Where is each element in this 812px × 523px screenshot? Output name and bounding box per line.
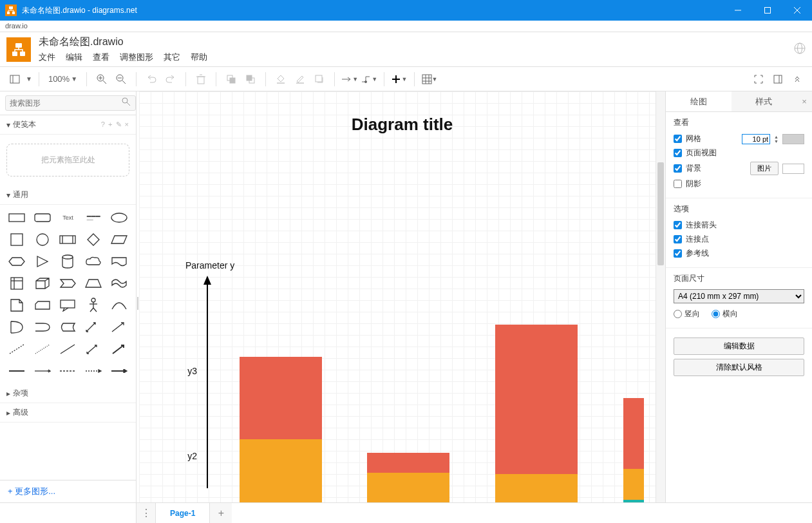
scratchpad-actions[interactable]: ? + ✎ × bbox=[101, 120, 129, 129]
shape-callout[interactable] bbox=[57, 296, 80, 314]
shape-cloud[interactable] bbox=[82, 252, 105, 271]
format-panel-toggle-icon[interactable] bbox=[770, 71, 786, 88]
shape-process[interactable] bbox=[57, 231, 80, 249]
bar-1[interactable] bbox=[240, 357, 322, 502]
shape-tape[interactable] bbox=[108, 274, 131, 292]
shape-rectangle[interactable] bbox=[5, 209, 28, 227]
tab-style[interactable]: 样式 bbox=[732, 91, 797, 111]
tick-y2[interactable]: y2 bbox=[178, 451, 197, 461]
shape-diamond[interactable] bbox=[82, 231, 105, 249]
grid-color-swatch[interactable] bbox=[782, 134, 804, 144]
line-color-icon[interactable] bbox=[292, 71, 308, 88]
shape-rounded-rect[interactable] bbox=[31, 209, 54, 227]
conn-arrows-checkbox[interactable] bbox=[674, 221, 682, 229]
portrait-radio[interactable] bbox=[674, 310, 682, 318]
shape-textbox[interactable]: ▬▬▬── bbox=[82, 209, 105, 227]
shape-square[interactable] bbox=[5, 231, 28, 249]
image-button[interactable]: 图片 bbox=[750, 162, 779, 175]
bar-4-partial[interactable] bbox=[623, 398, 644, 502]
grid-size-input[interactable] bbox=[742, 134, 770, 144]
shape-trapezoid[interactable] bbox=[82, 274, 105, 292]
add-page-button[interactable]: + bbox=[210, 503, 232, 523]
menu-view[interactable]: 查看 bbox=[93, 52, 109, 63]
shape-circle[interactable] bbox=[31, 231, 54, 249]
pageview-checkbox[interactable] bbox=[674, 149, 682, 157]
shape-line[interactable] bbox=[57, 340, 80, 358]
shape-link3[interactable] bbox=[57, 362, 80, 380]
shape-ellipse[interactable] bbox=[108, 209, 131, 227]
search-input[interactable] bbox=[5, 95, 136, 111]
zoom-in-icon[interactable] bbox=[93, 71, 110, 88]
fullscreen-icon[interactable] bbox=[750, 71, 767, 88]
shape-curve[interactable] bbox=[108, 296, 131, 314]
shape-data-storage[interactable] bbox=[57, 318, 80, 336]
waypoint-icon[interactable]: ▼ bbox=[361, 71, 377, 88]
y-axis-line[interactable] bbox=[201, 276, 214, 488]
document-title[interactable]: 未命名绘图.drawio bbox=[39, 35, 207, 49]
zoom-out-icon[interactable] bbox=[113, 71, 129, 88]
bar-2[interactable] bbox=[367, 453, 449, 502]
grid-step-down[interactable]: ▼ bbox=[774, 139, 779, 144]
advanced-header[interactable]: ▸高级 bbox=[0, 403, 136, 423]
maximize-button[interactable] bbox=[753, 0, 782, 21]
shape-line-dotted[interactable] bbox=[31, 340, 54, 358]
background-checkbox[interactable] bbox=[674, 164, 682, 173]
shape-actor[interactable] bbox=[82, 296, 105, 314]
shape-and[interactable] bbox=[31, 318, 54, 336]
shape-triangle[interactable] bbox=[31, 252, 54, 271]
pagesize-select[interactable]: A4 (210 mm x 297 mm) bbox=[674, 289, 804, 303]
menu-edit[interactable]: 编辑 bbox=[66, 52, 82, 63]
shape-cylinder[interactable] bbox=[57, 252, 80, 271]
sidebar-toggle-icon[interactable] bbox=[6, 71, 23, 88]
y-axis-label[interactable]: Parameter y bbox=[185, 260, 234, 271]
shape-link4[interactable] bbox=[82, 362, 105, 380]
scratchpad-header[interactable]: ▾便笺本 ? + ✎ × bbox=[0, 115, 136, 135]
background-color-swatch[interactable] bbox=[782, 164, 804, 174]
shape-text[interactable]: Text bbox=[57, 209, 80, 227]
grid-checkbox[interactable] bbox=[674, 135, 682, 143]
landscape-radio[interactable] bbox=[712, 310, 720, 318]
menu-extras[interactable]: 其它 bbox=[164, 52, 180, 63]
shadow-icon[interactable] bbox=[311, 71, 328, 88]
shape-card[interactable] bbox=[31, 296, 54, 314]
page-menu-icon[interactable]: ⋮ bbox=[137, 503, 156, 523]
clear-style-button[interactable]: 清除默认风格 bbox=[674, 359, 804, 376]
shape-document[interactable] bbox=[108, 252, 131, 271]
shape-link2[interactable] bbox=[31, 362, 54, 380]
menu-help[interactable]: 帮助 bbox=[191, 52, 207, 63]
tick-y3[interactable]: y3 bbox=[178, 366, 197, 376]
vertical-scrollbar[interactable] bbox=[656, 91, 665, 502]
menu-file[interactable]: 文件 bbox=[39, 52, 55, 63]
shadow-checkbox[interactable] bbox=[674, 180, 682, 188]
connection-icon[interactable]: ▼ bbox=[341, 71, 358, 88]
shape-or[interactable] bbox=[5, 318, 28, 336]
shape-step[interactable] bbox=[57, 274, 80, 292]
language-icon[interactable] bbox=[794, 43, 806, 57]
page-tab-1[interactable]: Page-1 bbox=[156, 503, 210, 523]
shape-internal-storage[interactable] bbox=[5, 274, 28, 292]
bar-3[interactable] bbox=[495, 325, 578, 502]
canvas[interactable]: Diagram title Parameter y y3 y2 bbox=[139, 91, 665, 502]
redo-icon[interactable] bbox=[162, 71, 179, 88]
diagram-title[interactable]: Diagram title bbox=[139, 115, 665, 135]
zoom-select[interactable]: 100% ▼ bbox=[46, 74, 80, 84]
shape-parallelogram[interactable] bbox=[108, 231, 131, 249]
shape-arrow-bidir[interactable] bbox=[82, 318, 105, 336]
shape-line-dashed[interactable] bbox=[5, 340, 28, 358]
edit-data-button[interactable]: 编辑数据 bbox=[674, 338, 804, 355]
menu-arrange[interactable]: 调整图形 bbox=[120, 52, 153, 63]
shape-arrow[interactable] bbox=[108, 318, 131, 336]
grid-step-up[interactable]: ▲ bbox=[774, 135, 779, 139]
shape-note[interactable] bbox=[5, 296, 28, 314]
shape-cube[interactable] bbox=[31, 274, 54, 292]
search-icon[interactable] bbox=[122, 97, 131, 109]
shape-link[interactable] bbox=[5, 362, 28, 380]
shape-bidir-arrow-solid[interactable] bbox=[82, 340, 105, 358]
scratchpad-drop-hint[interactable]: 把元素拖至此处 bbox=[6, 144, 129, 176]
undo-icon[interactable] bbox=[143, 71, 160, 88]
shape-arrow-solid[interactable] bbox=[108, 340, 131, 358]
to-front-icon[interactable] bbox=[223, 71, 240, 88]
insert-icon[interactable]: ▼ bbox=[391, 71, 408, 88]
general-header[interactable]: ▾通用 bbox=[0, 185, 136, 205]
misc-header[interactable]: ▸杂项 bbox=[0, 384, 136, 403]
